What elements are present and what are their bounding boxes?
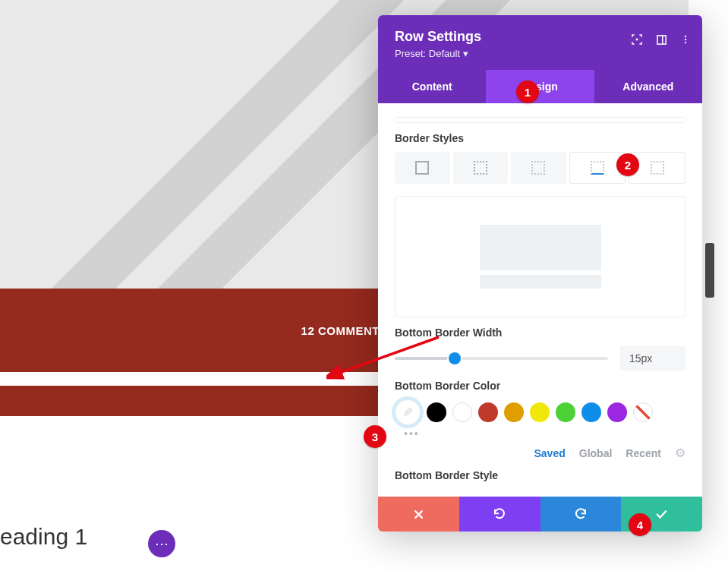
swatch-white[interactable] — [452, 402, 472, 422]
border-style-top-dotted[interactable] — [453, 152, 509, 184]
collapsed-option-box[interactable] — [395, 117, 685, 123]
callout-badge-1: 1 — [516, 80, 539, 103]
close-button[interactable] — [378, 497, 459, 532]
preview-block — [480, 225, 601, 270]
color-palette-tabs: Saved Global Recent ⚙ — [395, 446, 685, 460]
color-tab-recent[interactable]: Recent — [626, 447, 661, 459]
tab-design[interactable]: Design — [486, 70, 594, 103]
modal-body: Border Styles Bottom Border Width 15px B… — [378, 103, 702, 497]
focus-icon[interactable] — [626, 29, 648, 50]
gear-icon[interactable]: ⚙ — [675, 446, 685, 460]
comments-count-label: 12 COMMENTS — [301, 324, 388, 337]
swatch-empty[interactable] — [633, 402, 653, 422]
kebab-menu-icon[interactable] — [675, 29, 696, 50]
swatch-brick[interactable] — [478, 402, 498, 422]
more-dots-icon[interactable]: ••• — [404, 427, 685, 440]
border-style-picker — [395, 152, 685, 184]
swatch-yellow[interactable] — [530, 402, 550, 422]
color-swatch-row: ✎ — [395, 399, 685, 425]
modal-header-actions — [626, 29, 696, 50]
svg-point-3 — [685, 36, 686, 37]
color-tab-global[interactable]: Global — [579, 447, 613, 459]
border-style-all-solid[interactable] — [395, 152, 450, 184]
page-heading-fragment: eading 1 — [0, 524, 87, 550]
label-bottom-border-style: Bottom Border Style — [395, 469, 685, 481]
callout-badge-2: 2 — [616, 153, 639, 176]
swatch-blue[interactable] — [581, 402, 601, 422]
svg-point-4 — [685, 39, 686, 40]
preview-block-small — [480, 275, 601, 289]
vertical-scrollbar-thumb[interactable] — [705, 243, 714, 298]
label-border-styles: Border Styles — [395, 132, 685, 144]
modal-footer-actions — [378, 497, 702, 532]
label-bottom-border-color: Bottom Border Color — [395, 380, 685, 392]
swatch-green[interactable] — [556, 402, 575, 422]
eyedropper-swatch[interactable]: ✎ — [395, 399, 421, 425]
layout-icon[interactable] — [651, 29, 672, 50]
border-style-right-dotted[interactable] — [511, 152, 566, 184]
color-tab-saved[interactable]: Saved — [534, 447, 566, 459]
modal-tabs: Content Design Advanced — [378, 70, 702, 103]
border-preview — [395, 196, 685, 317]
width-slider[interactable] — [395, 357, 608, 360]
border-width-control: 15px — [395, 346, 685, 371]
svg-rect-1 — [657, 35, 665, 43]
redo-button[interactable] — [540, 497, 622, 532]
callout-badge-3: 3 — [364, 425, 386, 448]
svg-point-5 — [685, 42, 686, 43]
swatch-purple[interactable] — [607, 402, 627, 422]
swatch-orange[interactable] — [504, 402, 524, 422]
slider-fill — [395, 357, 455, 360]
svg-point-0 — [636, 39, 638, 41]
undo-button[interactable] — [459, 497, 540, 532]
label-bottom-border-width: Bottom Border Width — [395, 327, 685, 339]
slider-thumb[interactable] — [449, 352, 461, 364]
modal-header: Row Settings Preset: Default ▾ — [378, 15, 702, 70]
width-value-input[interactable]: 15px — [620, 346, 685, 371]
swatch-black[interactable] — [427, 402, 446, 422]
row-settings-modal: Row Settings Preset: Default ▾ Content D… — [378, 15, 702, 532]
tab-advanced[interactable]: Advanced — [594, 70, 702, 103]
section-add-button[interactable]: ⋯ — [148, 530, 175, 557]
tab-content[interactable]: Content — [378, 70, 486, 103]
preset-label: Preset: Default — [395, 48, 460, 59]
chevron-down-icon: ▾ — [463, 48, 468, 59]
callout-badge-4: 4 — [629, 513, 651, 536]
